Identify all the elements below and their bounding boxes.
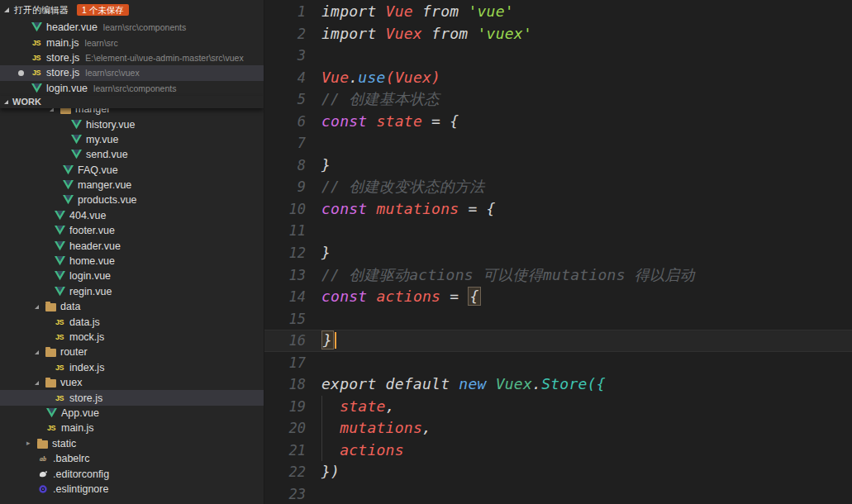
item-name: products.vue	[78, 194, 137, 206]
code-line[interactable]: 7	[264, 132, 852, 155]
folder-icon	[44, 378, 57, 388]
tree-item[interactable]: login.vue	[0, 269, 264, 283]
code-line[interactable]: 9 // 创建改变状态的方法	[264, 176, 852, 198]
tree-item[interactable]: send.vue	[0, 147, 264, 162]
code-line[interactable]: 13 // 创建驱动actions 可以使得mutations 得以启动	[264, 264, 852, 287]
code-line[interactable]: 8 }	[264, 155, 852, 177]
line-number: 13	[264, 264, 306, 287]
babel-icon: ab	[36, 455, 50, 463]
code-line[interactable]: 6 const state = {	[264, 111, 852, 133]
code-token: ,	[422, 419, 431, 436]
code-line[interactable]: 1 import Vue from 'vue'	[264, 1, 852, 23]
code-line[interactable]: 2 import Vuex from 'vuex'	[264, 23, 852, 45]
code-line[interactable]: 16 }	[264, 330, 852, 352]
code-line[interactable]: 20 mutations,	[264, 417, 852, 440]
code-line[interactable]: 23	[264, 483, 852, 504]
tree-item[interactable]: ab .babelrc	[0, 451, 264, 466]
item-name: mock.js	[69, 331, 104, 343]
line-number: 20	[264, 417, 306, 440]
code-line[interactable]: 11	[264, 220, 852, 242]
tree-item[interactable]: data	[0, 299, 264, 314]
vue-icon	[69, 120, 83, 130]
tree-item[interactable]: regin.vue	[0, 284, 264, 299]
tree-item[interactable]: .editorconfig	[0, 466, 264, 481]
tree-item[interactable]: JS index.js	[0, 360, 264, 375]
item-name: data.js	[69, 316, 100, 328]
unsaved-count-badge: 1 个未保存	[77, 4, 129, 16]
code-token: const	[321, 288, 367, 305]
code-line[interactable]: 22 })	[264, 461, 852, 483]
code-token	[487, 375, 496, 392]
code-line[interactable]: 5 // 创建基本状态	[264, 88, 852, 111]
file-name: store.js	[46, 52, 79, 64]
tree-item[interactable]: JS mock.js	[0, 330, 264, 345]
tree-item[interactable]: .eslintrc.js	[0, 497, 264, 497]
tree-item[interactable]: vuex	[0, 375, 264, 390]
item-name: login.vue	[69, 270, 111, 282]
chevron-expanded-icon	[4, 100, 8, 104]
code-token	[367, 288, 376, 305]
code-text: actions	[321, 440, 404, 462]
twisty-icon	[35, 350, 44, 354]
code-text: }	[321, 242, 331, 264]
vue-icon	[30, 83, 43, 93]
item-name: my.vue	[86, 134, 118, 145]
line-number: 22	[264, 461, 306, 483]
tree-item[interactable]: manger	[0, 108, 264, 116]
tree-item[interactable]: my.vue	[0, 132, 264, 147]
open-editor-item[interactable]: login.vue learn\src\components	[0, 81, 264, 96]
open-editor-item[interactable]: JS store.js learn\src\vuex	[0, 65, 264, 80]
code-text: }	[321, 330, 336, 352]
tree-item[interactable]: manger.vue	[0, 178, 264, 193]
tree-item[interactable]: header.vue	[0, 238, 264, 253]
twisty-icon	[50, 108, 59, 112]
tree-item[interactable]: home.vue	[0, 254, 264, 269]
line-number: 16	[264, 330, 306, 352]
tree-item[interactable]: .eslintignore	[0, 482, 264, 497]
file-path: learn\src\vuex	[85, 68, 139, 78]
tree-item[interactable]: JS store.js	[0, 390, 264, 405]
code-line[interactable]: 15	[264, 308, 852, 330]
code-line[interactable]: 21 actions	[264, 440, 852, 462]
open-editor-item[interactable]: JS main.js learn\src	[0, 35, 264, 50]
code-line[interactable]: 18 export default new Vuex.Store({	[264, 373, 852, 396]
tree-item[interactable]: App.vue	[0, 406, 264, 421]
code-line[interactable]: 14 const actions = {	[264, 286, 852, 308]
line-number: 7	[264, 132, 306, 155]
tree-item[interactable]: JS data.js	[0, 314, 264, 329]
tree-item[interactable]: static	[0, 436, 264, 451]
vscode-window: 打开的编辑器 1 个未保存 header.vue learn\src\compo…	[0, 0, 852, 504]
code-line[interactable]: 12 }	[264, 242, 852, 264]
work-section-header[interactable]: WORK	[0, 96, 264, 108]
code-line[interactable]: 3	[264, 45, 852, 67]
tree-item[interactable]: router	[0, 345, 264, 359]
open-editor-item[interactable]: JS store.js E:\element-ui\vue-admin-mast…	[0, 50, 264, 65]
tree-item[interactable]: products.vue	[0, 193, 264, 207]
tree-item[interactable]: history.vue	[0, 116, 264, 131]
chevron-expanded-icon	[4, 7, 9, 12]
vue-icon	[53, 211, 66, 221]
line-number: 18	[264, 373, 306, 396]
tree-item[interactable]: 404.vue	[0, 208, 264, 223]
tree-item[interactable]: FAQ.vue	[0, 163, 264, 178]
item-name: static	[52, 438, 76, 449]
code-line[interactable]: 17	[264, 352, 852, 374]
code-line[interactable]: 10 const mutations = {	[264, 198, 852, 221]
line-number: 5	[264, 88, 306, 111]
folder-icon	[44, 347, 57, 357]
open-editor-item[interactable]: header.vue learn\src\components	[0, 20, 264, 35]
tree-item[interactable]: footer.vue	[0, 223, 264, 238]
code-editor[interactable]: 1 import Vue from 'vue' 2 import Vuex fr…	[264, 0, 852, 504]
js-icon: JS	[53, 364, 66, 372]
code-token: use	[358, 69, 385, 86]
open-editors-header[interactable]: 打开的编辑器 1 个未保存	[0, 0, 264, 20]
tree-item[interactable]: JS main.js	[0, 421, 264, 435]
vue-icon	[53, 226, 66, 235]
line-number: 17	[264, 352, 306, 374]
code-line[interactable]: 4 Vue.use(Vuex)	[264, 67, 852, 89]
item-name: 404.vue	[69, 210, 106, 221]
twisty-icon	[35, 381, 44, 385]
code-token: from	[413, 2, 469, 20]
code-line[interactable]: 19 state,	[264, 396, 852, 418]
code-token: ,	[386, 397, 395, 415]
